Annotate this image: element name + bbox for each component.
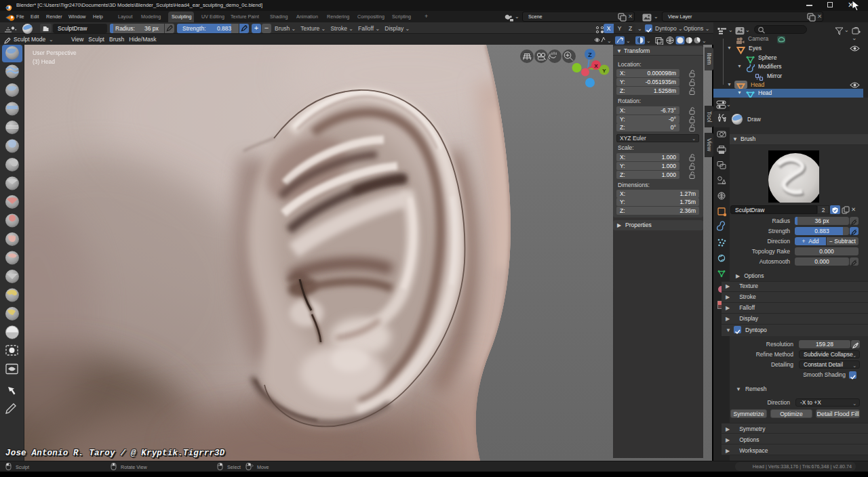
svg-text:⌄: ⌄ xyxy=(607,38,612,44)
svg-text:⌄: ⌄ xyxy=(702,38,707,44)
svg-text:Select: Select xyxy=(227,464,241,470)
svg-text:Sculpt: Sculpt xyxy=(16,464,29,470)
svg-text:Rotate View: Rotate View xyxy=(121,464,147,470)
svg-text:Move: Move xyxy=(257,464,269,470)
svg-text:User Perspective: User Perspective xyxy=(33,49,77,56)
svg-text:(3) Head: (3) Head xyxy=(33,58,55,65)
svg-text:Y: Y xyxy=(602,68,606,74)
svg-text:⌄: ⌄ xyxy=(646,38,651,44)
svg-text:⌄: ⌄ xyxy=(626,38,631,44)
svg-text:Z: Z xyxy=(588,51,592,58)
svg-text:X: X xyxy=(594,63,598,69)
